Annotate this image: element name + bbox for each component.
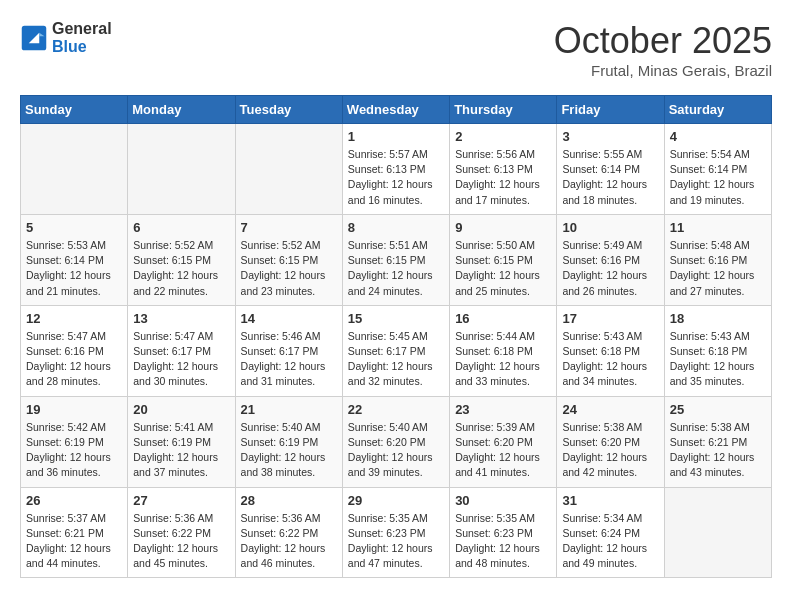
day-number: 6 [133,220,229,235]
day-info: Sunrise: 5:38 AM Sunset: 6:20 PM Dayligh… [562,420,658,481]
day-info: Sunrise: 5:36 AM Sunset: 6:22 PM Dayligh… [241,511,337,572]
calendar-day: 27Sunrise: 5:36 AM Sunset: 6:22 PM Dayli… [128,487,235,578]
calendar: SundayMondayTuesdayWednesdayThursdayFrid… [20,95,772,578]
calendar-day: 21Sunrise: 5:40 AM Sunset: 6:19 PM Dayli… [235,396,342,487]
weekday-header-thursday: Thursday [450,96,557,124]
location: Frutal, Minas Gerais, Brazil [554,62,772,79]
day-info: Sunrise: 5:37 AM Sunset: 6:21 PM Dayligh… [26,511,122,572]
calendar-day: 25Sunrise: 5:38 AM Sunset: 6:21 PM Dayli… [664,396,771,487]
logo-icon [20,24,48,52]
calendar-day: 6Sunrise: 5:52 AM Sunset: 6:15 PM Daylig… [128,214,235,305]
day-number: 18 [670,311,766,326]
day-info: Sunrise: 5:42 AM Sunset: 6:19 PM Dayligh… [26,420,122,481]
day-number: 8 [348,220,444,235]
weekday-header-saturday: Saturday [664,96,771,124]
day-number: 27 [133,493,229,508]
day-number: 17 [562,311,658,326]
calendar-day: 3Sunrise: 5:55 AM Sunset: 6:14 PM Daylig… [557,124,664,215]
calendar-day: 23Sunrise: 5:39 AM Sunset: 6:20 PM Dayli… [450,396,557,487]
day-info: Sunrise: 5:47 AM Sunset: 6:16 PM Dayligh… [26,329,122,390]
day-info: Sunrise: 5:38 AM Sunset: 6:21 PM Dayligh… [670,420,766,481]
day-info: Sunrise: 5:43 AM Sunset: 6:18 PM Dayligh… [670,329,766,390]
weekday-header-wednesday: Wednesday [342,96,449,124]
day-info: Sunrise: 5:43 AM Sunset: 6:18 PM Dayligh… [562,329,658,390]
day-number: 16 [455,311,551,326]
day-number: 1 [348,129,444,144]
day-info: Sunrise: 5:34 AM Sunset: 6:24 PM Dayligh… [562,511,658,572]
calendar-day: 5Sunrise: 5:53 AM Sunset: 6:14 PM Daylig… [21,214,128,305]
weekday-header-monday: Monday [128,96,235,124]
calendar-day: 31Sunrise: 5:34 AM Sunset: 6:24 PM Dayli… [557,487,664,578]
day-info: Sunrise: 5:53 AM Sunset: 6:14 PM Dayligh… [26,238,122,299]
calendar-day: 4Sunrise: 5:54 AM Sunset: 6:14 PM Daylig… [664,124,771,215]
day-info: Sunrise: 5:35 AM Sunset: 6:23 PM Dayligh… [455,511,551,572]
day-info: Sunrise: 5:48 AM Sunset: 6:16 PM Dayligh… [670,238,766,299]
calendar-day: 11Sunrise: 5:48 AM Sunset: 6:16 PM Dayli… [664,214,771,305]
day-number: 28 [241,493,337,508]
calendar-day: 7Sunrise: 5:52 AM Sunset: 6:15 PM Daylig… [235,214,342,305]
day-info: Sunrise: 5:52 AM Sunset: 6:15 PM Dayligh… [241,238,337,299]
day-number: 11 [670,220,766,235]
calendar-day: 22Sunrise: 5:40 AM Sunset: 6:20 PM Dayli… [342,396,449,487]
calendar-day: 12Sunrise: 5:47 AM Sunset: 6:16 PM Dayli… [21,305,128,396]
calendar-day: 29Sunrise: 5:35 AM Sunset: 6:23 PM Dayli… [342,487,449,578]
weekday-header-friday: Friday [557,96,664,124]
logo-text: General Blue [52,20,112,56]
calendar-day: 16Sunrise: 5:44 AM Sunset: 6:18 PM Dayli… [450,305,557,396]
calendar-day: 9Sunrise: 5:50 AM Sunset: 6:15 PM Daylig… [450,214,557,305]
day-number: 3 [562,129,658,144]
calendar-day: 15Sunrise: 5:45 AM Sunset: 6:17 PM Dayli… [342,305,449,396]
day-number: 9 [455,220,551,235]
calendar-day: 30Sunrise: 5:35 AM Sunset: 6:23 PM Dayli… [450,487,557,578]
weekday-header-tuesday: Tuesday [235,96,342,124]
day-number: 2 [455,129,551,144]
day-number: 24 [562,402,658,417]
day-info: Sunrise: 5:44 AM Sunset: 6:18 PM Dayligh… [455,329,551,390]
day-info: Sunrise: 5:50 AM Sunset: 6:15 PM Dayligh… [455,238,551,299]
page-header: General Blue October 2025 Frutal, Minas … [20,20,772,79]
day-info: Sunrise: 5:35 AM Sunset: 6:23 PM Dayligh… [348,511,444,572]
day-number: 22 [348,402,444,417]
day-number: 20 [133,402,229,417]
day-number: 12 [26,311,122,326]
day-number: 19 [26,402,122,417]
day-info: Sunrise: 5:52 AM Sunset: 6:15 PM Dayligh… [133,238,229,299]
day-info: Sunrise: 5:45 AM Sunset: 6:17 PM Dayligh… [348,329,444,390]
weekday-header-sunday: Sunday [21,96,128,124]
day-number: 23 [455,402,551,417]
month-title: October 2025 [554,20,772,62]
title-block: October 2025 Frutal, Minas Gerais, Brazi… [554,20,772,79]
day-info: Sunrise: 5:49 AM Sunset: 6:16 PM Dayligh… [562,238,658,299]
day-info: Sunrise: 5:57 AM Sunset: 6:13 PM Dayligh… [348,147,444,208]
day-number: 14 [241,311,337,326]
calendar-week-5: 26Sunrise: 5:37 AM Sunset: 6:21 PM Dayli… [21,487,772,578]
logo: General Blue [20,20,112,56]
calendar-day: 26Sunrise: 5:37 AM Sunset: 6:21 PM Dayli… [21,487,128,578]
day-number: 13 [133,311,229,326]
day-number: 31 [562,493,658,508]
day-info: Sunrise: 5:40 AM Sunset: 6:19 PM Dayligh… [241,420,337,481]
day-number: 15 [348,311,444,326]
calendar-week-4: 19Sunrise: 5:42 AM Sunset: 6:19 PM Dayli… [21,396,772,487]
calendar-day [21,124,128,215]
day-number: 4 [670,129,766,144]
day-info: Sunrise: 5:36 AM Sunset: 6:22 PM Dayligh… [133,511,229,572]
calendar-day: 18Sunrise: 5:43 AM Sunset: 6:18 PM Dayli… [664,305,771,396]
day-info: Sunrise: 5:40 AM Sunset: 6:20 PM Dayligh… [348,420,444,481]
day-info: Sunrise: 5:56 AM Sunset: 6:13 PM Dayligh… [455,147,551,208]
calendar-day [664,487,771,578]
calendar-day [235,124,342,215]
day-info: Sunrise: 5:46 AM Sunset: 6:17 PM Dayligh… [241,329,337,390]
calendar-week-3: 12Sunrise: 5:47 AM Sunset: 6:16 PM Dayli… [21,305,772,396]
calendar-day: 20Sunrise: 5:41 AM Sunset: 6:19 PM Dayli… [128,396,235,487]
day-info: Sunrise: 5:41 AM Sunset: 6:19 PM Dayligh… [133,420,229,481]
calendar-day: 28Sunrise: 5:36 AM Sunset: 6:22 PM Dayli… [235,487,342,578]
day-info: Sunrise: 5:39 AM Sunset: 6:20 PM Dayligh… [455,420,551,481]
day-number: 29 [348,493,444,508]
day-number: 30 [455,493,551,508]
day-info: Sunrise: 5:51 AM Sunset: 6:15 PM Dayligh… [348,238,444,299]
calendar-day: 1Sunrise: 5:57 AM Sunset: 6:13 PM Daylig… [342,124,449,215]
day-number: 26 [26,493,122,508]
day-info: Sunrise: 5:47 AM Sunset: 6:17 PM Dayligh… [133,329,229,390]
calendar-day: 14Sunrise: 5:46 AM Sunset: 6:17 PM Dayli… [235,305,342,396]
